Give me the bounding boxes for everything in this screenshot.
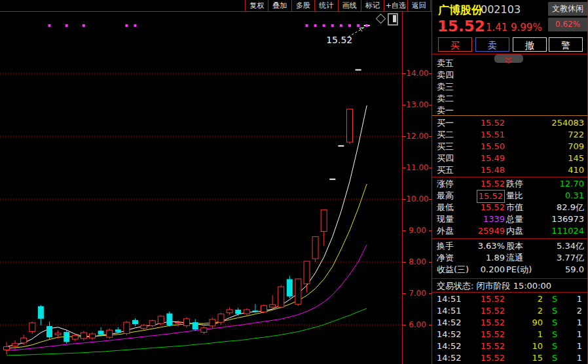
limit-up-dot — [348, 24, 351, 27]
stat-label: PE(动) — [506, 264, 532, 276]
bid-row[interactable]: 买一15.52254083 — [432, 117, 587, 129]
toolbar-item-画线[interactable]: 画线 — [338, 0, 361, 11]
divider — [432, 278, 587, 279]
tick-row[interactable]: 14:5215.5215S1 — [432, 352, 587, 364]
candle-down — [287, 279, 293, 296]
stat-value: 1.89 — [486, 252, 505, 264]
stat-row: 现量1339总量136973 — [432, 213, 587, 225]
candle-down — [115, 329, 121, 332]
tick-price: 15.52 — [481, 293, 505, 305]
price-change: 1.41 — [486, 22, 507, 33]
ask-row[interactable]: 卖二 — [432, 93, 587, 105]
tick-price: 15.52 — [481, 340, 505, 352]
price-change-pct: 9.99% — [511, 22, 542, 33]
level-label: 买三 — [437, 141, 454, 153]
stat-value: 111024 — [551, 225, 584, 237]
fundamental-row: 净资1.89流通3.77亿 — [432, 252, 587, 264]
tick-count: 1 — [577, 340, 582, 352]
divider — [432, 238, 587, 239]
axis-tick — [403, 105, 406, 105]
stat-label: 市值 — [506, 202, 523, 213]
stat-value: 25949 — [478, 225, 505, 237]
candle-up — [295, 279, 301, 304]
sector-chip[interactable]: 文教休闲 — [548, 2, 587, 16]
ask-row[interactable]: 卖三 — [432, 81, 587, 93]
session-status: 交易状态: 闭市阶段 15:00:00 — [437, 280, 551, 292]
stat-row: 外盘25949内盘111024 — [432, 225, 587, 237]
toolbar-item-统计[interactable]: 统计 — [314, 0, 337, 11]
stat-value: 1339 — [483, 213, 505, 225]
limit-up-dot — [83, 24, 85, 27]
stat-row: 涨停15.52跌停12.70 — [432, 178, 587, 190]
stat-value: 15.52 — [481, 178, 505, 190]
ask-row[interactable]: 卖五 — [432, 58, 587, 69]
tick-side: S — [552, 340, 557, 352]
toolbar-item-+自选[interactable]: +自选 — [384, 0, 407, 11]
axis-tick — [403, 293, 406, 294]
stat-label: 收益(三) — [437, 264, 469, 276]
axis-tick — [403, 262, 406, 263]
tick-row[interactable]: 14:5215.5210S1 — [432, 340, 587, 352]
toolbar-item-标记[interactable]: 标记 — [361, 0, 384, 11]
buy-button[interactable]: 买 — [438, 37, 472, 52]
stat-label: 内盘 — [506, 225, 523, 237]
tick-row[interactable]: 14:5115.522S1 — [432, 293, 587, 305]
bid-row[interactable]: 买五15.48410 — [432, 164, 587, 176]
quote-panel: 广博股份 002103 文教休闲 0.62% 15.52 1.41 9.99% … — [432, 0, 588, 364]
ask-row[interactable]: 卖四 — [432, 69, 587, 81]
stat-row: 最低15.52市值82.9亿 — [432, 202, 587, 213]
page-layout-icon[interactable] — [388, 13, 398, 26]
toolbar-item-叠加[interactable]: 叠加 — [268, 0, 291, 11]
tick-row[interactable]: 14:5215.521S1 — [432, 329, 587, 340]
stat-label: 现量 — [437, 213, 454, 225]
level-price: 15.51 — [481, 129, 505, 141]
candle-up — [141, 325, 147, 329]
ma-line-ma5 — [7, 105, 367, 347]
toolbar-item-返回[interactable]: 返回 — [407, 0, 431, 11]
bid-row[interactable]: 买二15.51722 — [432, 129, 587, 141]
candle-up — [107, 330, 113, 337]
toolbar-item-复权[interactable]: 复权 — [245, 0, 268, 11]
stat-value: 0.31 — [565, 190, 584, 202]
stat-label: 最高 — [437, 190, 454, 202]
tick-row[interactable]: 14:5215.5290S1 — [432, 317, 587, 329]
candle-up — [55, 333, 61, 335]
candle-up — [90, 334, 96, 338]
axis-price-label: 7.00 — [403, 289, 432, 298]
candle-up — [175, 323, 181, 323]
stat-label: 股本 — [506, 240, 523, 252]
tick-volume: 1 — [538, 329, 543, 340]
stat-label: 跌停 — [506, 178, 523, 190]
toolbar-item-多股[interactable]: 多股 — [291, 0, 314, 11]
tick-count: 2 — [577, 305, 582, 317]
stat-value: 3.63% — [478, 240, 505, 252]
level-volume: 709 — [568, 141, 584, 153]
stat-value: 136973 — [551, 213, 584, 225]
sell-button[interactable]: 卖 — [475, 37, 509, 52]
level-volume: 145 — [568, 153, 584, 164]
axis-price-label: 13.00 — [403, 100, 432, 109]
kline-chart[interactable]: 15.52 — [0, 12, 402, 364]
axis-tick — [403, 136, 406, 137]
level-price: 15.50 — [481, 141, 505, 153]
axis-tick — [403, 199, 406, 200]
session-value: 闭市阶段 15:00:00 — [477, 281, 552, 291]
limit-up-dot — [340, 24, 342, 27]
tick-row[interactable]: 14:5115.522S2 — [432, 305, 587, 317]
annotation-price-label: 15.52 — [326, 35, 352, 45]
tick-side: S — [552, 352, 557, 364]
cancel-order-button[interactable]: 撤 — [513, 37, 547, 52]
bid-row[interactable]: 买四15.49145 — [432, 153, 587, 164]
candle-up — [158, 316, 164, 323]
stat-label: 量比 — [506, 190, 523, 202]
stat-value: 3.77亿 — [557, 252, 584, 264]
stat-value: 59.0 — [565, 264, 584, 276]
candle-down — [98, 331, 104, 335]
alert-button[interactable]: 警 — [549, 37, 583, 52]
bid-row[interactable]: 买三15.50709 — [432, 141, 587, 153]
trading-app-window: 复权叠加多股统计画线标记+自选返回 15.52 14.0013.0012.001… — [0, 0, 588, 364]
candle-up — [347, 109, 353, 142]
limit-up-dot — [314, 24, 317, 27]
level-volume: 254083 — [551, 117, 584, 129]
kline-chart-area[interactable]: 15.52 — [0, 12, 402, 364]
